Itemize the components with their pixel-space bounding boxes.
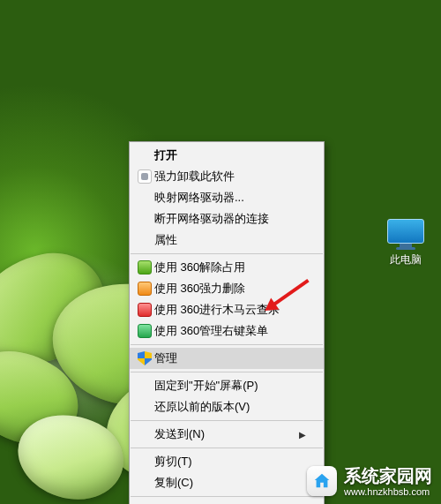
- this-pc-label: 此电脑: [379, 252, 432, 267]
- menu-item-label: 复制(C): [154, 475, 306, 491]
- home-icon: [307, 466, 337, 496]
- blank-icon: [135, 475, 154, 491]
- menu-separator: [131, 372, 323, 372]
- menu-item-label: 使用 360强力删除: [154, 281, 306, 297]
- menu-item-label: 管理: [154, 350, 306, 366]
- menu-item-send-to[interactable]: 发送到(N)▶: [130, 424, 324, 445]
- blank-icon: [135, 211, 154, 227]
- menu-item-map-drive[interactable]: 映射网络驱动器...: [130, 187, 324, 208]
- menu-item-label: 还原以前的版本(V): [154, 399, 306, 415]
- menu-item-label: 固定到"开始"屏幕(P): [154, 378, 306, 394]
- menu-item-open[interactable]: 打开: [130, 145, 324, 166]
- watermark-title: 系统家园网: [344, 464, 432, 488]
- menu-item-label: 使用 360解除占用: [154, 260, 306, 275]
- blank-icon: [135, 147, 154, 163]
- submenu-arrow-icon: ▶: [297, 430, 306, 440]
- watermark: 系统家园网 www.hnzkhbsb.com: [307, 464, 432, 497]
- 360-red-icon: [135, 302, 154, 318]
- menu-item-label: 发送到(N): [154, 426, 297, 442]
- 360-green2-icon: [135, 323, 154, 339]
- menu-item-restore[interactable]: 还原以前的版本(V): [130, 396, 324, 417]
- 360-green-icon: [135, 260, 154, 275]
- 360-orange-icon: [135, 281, 154, 297]
- menu-item-label: 强力卸载此软件: [154, 169, 306, 184]
- context-menu: 打开强力卸载此软件映射网络驱动器...断开网络驱动器的连接属性使用 360解除占…: [129, 141, 325, 504]
- uninstall-icon: [135, 169, 154, 184]
- monitor-icon: [387, 219, 424, 249]
- menu-item-label: 使用 360管理右键菜单: [154, 323, 306, 339]
- menu-separator: [131, 448, 323, 448]
- menu-separator: [131, 344, 323, 345]
- menu-item-disconnect[interactable]: 断开网络驱动器的连接: [130, 208, 324, 229]
- menu-item-360-scan[interactable]: 使用 360进行木马云查杀: [130, 299, 324, 320]
- blank-icon: [135, 454, 154, 470]
- menu-item-label: 断开网络驱动器的连接: [154, 211, 306, 227]
- this-pc-icon[interactable]: 此电脑: [379, 219, 432, 267]
- menu-item-label: 打开: [154, 147, 306, 163]
- blank-icon: [135, 232, 154, 248]
- watermark-url: www.hnzkhbsb.com: [344, 486, 430, 497]
- menu-item-label: 剪切(T): [154, 454, 306, 470]
- menu-separator: [131, 496, 323, 497]
- menu-item-properties1[interactable]: 属性: [130, 229, 324, 251]
- menu-item-pin-start[interactable]: 固定到"开始"屏幕(P): [130, 375, 324, 396]
- menu-item-label: 使用 360进行木马云查杀: [154, 302, 306, 318]
- menu-item-360-unlock[interactable]: 使用 360解除占用: [130, 257, 324, 278]
- menu-item-cut[interactable]: 剪切(T): [130, 451, 324, 472]
- menu-item-shortcut[interactable]: 创建快捷方式(S): [130, 500, 324, 504]
- blank-icon: [135, 399, 154, 415]
- shield-icon: [135, 350, 154, 366]
- menu-item-360-menu[interactable]: 使用 360管理右键菜单: [130, 320, 324, 342]
- menu-item-manage[interactable]: 管理: [130, 348, 324, 369]
- menu-item-uninstall[interactable]: 强力卸载此软件: [130, 166, 324, 187]
- menu-item-label: 映射网络驱动器...: [154, 190, 306, 206]
- blank-icon: [135, 190, 154, 206]
- blank-icon: [135, 378, 154, 394]
- blank-icon: [135, 426, 154, 442]
- menu-separator: [131, 253, 323, 254]
- menu-separator: [131, 420, 323, 421]
- menu-item-label: 属性: [154, 232, 306, 248]
- menu-item-copy[interactable]: 复制(C): [130, 472, 324, 493]
- desktop-wallpaper: 此电脑 打开强力卸载此软件映射网络驱动器...断开网络驱动器的连接属性使用 36…: [0, 0, 441, 504]
